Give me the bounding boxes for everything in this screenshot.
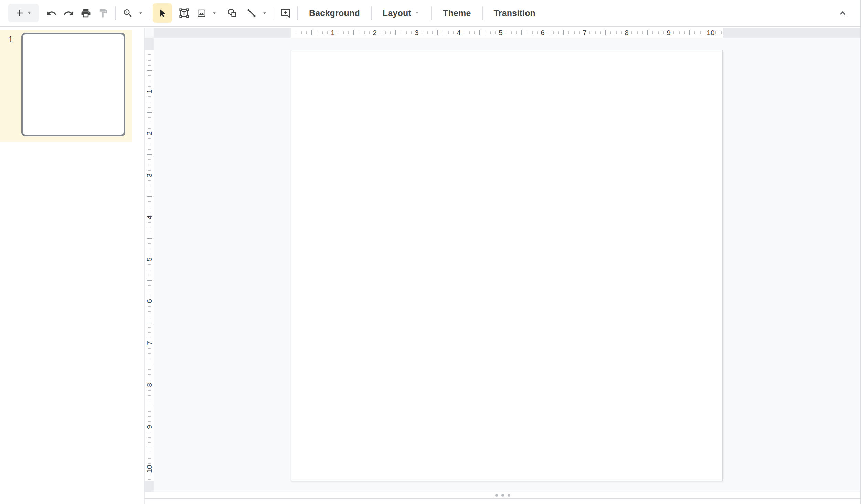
redo-button[interactable] [60, 4, 77, 22]
ruler-tick [385, 31, 386, 34]
ruler-tick [495, 31, 496, 34]
chevron-up-icon [838, 8, 848, 18]
layout-button[interactable]: Layout [375, 4, 428, 22]
vertical-ruler-scale: 12345678910 [145, 50, 154, 481]
insert-image-button[interactable] [193, 4, 210, 22]
ruler-tick [148, 228, 151, 228]
ruler-tick [527, 31, 527, 34]
ruler-tick [579, 31, 580, 34]
filmstrip-slide-1[interactable]: 1 [0, 30, 132, 142]
toolbar-separator [431, 6, 432, 20]
ruler-number: 5 [497, 28, 504, 38]
ruler-tick [148, 65, 151, 66]
ruler-number: 1 [329, 28, 336, 38]
zoom-dropdown-button[interactable] [136, 4, 145, 22]
text-box-button[interactable] [176, 4, 193, 22]
ruler-tick [343, 31, 344, 34]
ruler-tick [148, 285, 151, 286]
ruler-tick [148, 180, 151, 181]
ruler-tick [589, 31, 590, 34]
horizontal-ruler: 12345678910 [154, 28, 861, 38]
ruler-tick [348, 31, 349, 34]
ruler-tick [296, 31, 296, 34]
toolbar-separator [115, 6, 116, 20]
canvas-area [154, 38, 861, 492]
toolbar-separator [482, 6, 483, 20]
ruler-tick [148, 442, 151, 443]
ruler-tick [147, 196, 152, 197]
hide-menus-button[interactable] [834, 4, 851, 22]
slide-thumbnail[interactable] [21, 33, 125, 136]
ruler-number: 1 [145, 87, 154, 96]
ruler-tick [469, 31, 470, 34]
ruler-tick [631, 31, 632, 34]
ruler-tick [532, 31, 533, 34]
ruler-tick [148, 453, 151, 453]
slide-page[interactable] [291, 50, 723, 481]
ruler-tick [147, 280, 152, 281]
ruler-number: 4 [455, 28, 462, 38]
ruler-number: 2 [145, 129, 154, 138]
ruler-tick [610, 31, 611, 34]
vertical-ruler: 12345678910 [145, 38, 154, 502]
layout-button-label: Layout [383, 8, 411, 18]
ruler-tick [694, 31, 695, 34]
ruler-tick [427, 31, 428, 34]
filmstrip-panel: 1 [0, 28, 145, 504]
ruler-tick [148, 75, 151, 76]
theme-button-label: Theme [443, 8, 471, 18]
undo-button[interactable] [43, 4, 60, 22]
ruler-tick [401, 31, 401, 34]
theme-button[interactable]: Theme [435, 4, 479, 22]
caret-down-icon [211, 10, 217, 16]
ruler-tick [563, 30, 564, 35]
transition-button[interactable]: Transition [486, 4, 543, 22]
speaker-notes-area [145, 499, 861, 504]
line-dropdown-button[interactable] [260, 4, 269, 22]
ruler-corner [145, 28, 154, 38]
ruler-tick [148, 327, 151, 328]
ruler-tick [147, 238, 152, 239]
toolbar-separator [149, 6, 149, 20]
speaker-notes-resize-handle[interactable] [145, 492, 861, 499]
ruler-tick [443, 31, 443, 34]
insert-shape-button[interactable] [224, 4, 241, 22]
ruler-number: 6 [539, 28, 546, 38]
ruler-tick [553, 31, 554, 34]
background-button[interactable]: Background [301, 4, 368, 22]
ruler-tick [148, 149, 151, 150]
ruler-tick [437, 30, 438, 35]
ruler-tick [148, 369, 151, 370]
print-button[interactable] [77, 4, 94, 22]
workspace: 12345678910 12345678910 [145, 28, 861, 504]
paint-format-button[interactable] [94, 4, 111, 22]
caret-down-icon [26, 10, 32, 16]
ruler-tick [595, 31, 596, 34]
select-tool-button[interactable] [153, 3, 172, 23]
ruler-tick [148, 81, 151, 81]
drag-handle-dot [508, 494, 510, 497]
plus-icon [14, 8, 25, 18]
ruler-tick [148, 458, 151, 459]
add-comment-button[interactable] [277, 4, 294, 22]
ruler-tick [147, 406, 152, 406]
ruler-tick [148, 54, 151, 55]
ruler-tick [380, 31, 380, 34]
image-dropdown-button[interactable] [210, 4, 219, 22]
ruler-tick [359, 31, 359, 34]
ruler-tick [148, 123, 151, 123]
ruler-tick [558, 31, 559, 34]
ruler-tick [411, 31, 412, 34]
insert-line-button[interactable] [243, 4, 260, 22]
new-slide-button[interactable] [8, 4, 39, 22]
ruler-tick [642, 31, 643, 34]
toolbar-separator [297, 6, 298, 20]
drag-handle-dot [495, 494, 498, 497]
ruler-tick [148, 102, 151, 102]
ruler-tick [506, 31, 506, 34]
ruler-tick [148, 291, 151, 291]
zoom-button[interactable] [119, 4, 136, 22]
ruler-tick [147, 112, 152, 113]
ruler-tick [148, 432, 151, 432]
ruler-tick [148, 222, 151, 223]
